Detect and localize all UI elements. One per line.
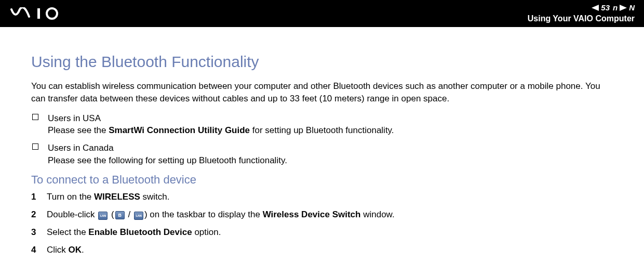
bullet-title: Users in USA [48, 112, 613, 125]
step-number: 2 [31, 208, 47, 221]
svg-marker-2 [592, 5, 599, 11]
step-body: Select the Enable Bluetooth Device optio… [47, 226, 613, 239]
svg-marker-3 [620, 5, 627, 11]
n-right-label: N [629, 3, 635, 13]
page-nav: 53 n N [528, 3, 635, 13]
step-item: 2 Double-click LAN (B / LAN) on the task… [31, 208, 613, 221]
taskbar-lan-icon: LAN [134, 208, 143, 220]
svg-point-1 [47, 8, 57, 19]
next-page-arrow-icon[interactable] [620, 5, 627, 11]
header-bar: 53 n N Using Your VAIO Computer [0, 0, 644, 27]
bullet-body: Please see the SmartWi Connection Utilit… [48, 124, 613, 137]
breadcrumb: Using Your VAIO Computer [528, 14, 635, 24]
svg-rect-4 [32, 114, 38, 120]
header-right: 53 n N Using Your VAIO Computer [528, 3, 635, 24]
step-item: 3 Select the Enable Bluetooth Device opt… [31, 226, 613, 239]
sub-heading: To connect to a Bluetooth device [31, 173, 613, 187]
content-area: Using the Bluetooth Functionality You ca… [0, 27, 644, 256]
step-body: Turn on the WIRELESS switch. [47, 191, 613, 203]
bullet-title: Users in Canada [48, 142, 613, 154]
svg-rect-5 [32, 143, 38, 150]
prev-page-arrow-icon[interactable] [592, 5, 599, 11]
page-number: 53 [601, 3, 610, 13]
list-item: Users in USA Please see the SmartWi Conn… [31, 112, 613, 137]
steps-list: 1 Turn on the WIRELESS switch. 2 Double-… [31, 191, 613, 256]
step-body: Double-click LAN (B / LAN) on the taskba… [47, 208, 613, 221]
n-label: n [613, 3, 618, 13]
list-item: Users in Canada Please see the following… [31, 142, 613, 167]
step-number: 3 [31, 226, 47, 239]
taskbar-b-icon: B [115, 208, 125, 220]
page-title: Using the Bluetooth Functionality [31, 53, 613, 71]
intro-paragraph: You can establish wireless communication… [31, 80, 613, 105]
vaio-logo [10, 7, 83, 20]
bullet-list: Users in USA Please see the SmartWi Conn… [31, 112, 613, 167]
taskbar-wireless-icon: LAN [98, 208, 108, 220]
step-body: Click OK. [47, 244, 613, 256]
svg-rect-0 [37, 8, 40, 19]
bullet-body: Please see the following for setting up … [48, 154, 613, 167]
step-number: 4 [31, 244, 47, 256]
step-number: 1 [31, 191, 47, 203]
step-item: 1 Turn on the WIRELESS switch. [31, 191, 613, 203]
square-bullet-icon [32, 143, 38, 167]
step-item: 4 Click OK. [31, 244, 613, 256]
square-bullet-icon [32, 114, 38, 137]
